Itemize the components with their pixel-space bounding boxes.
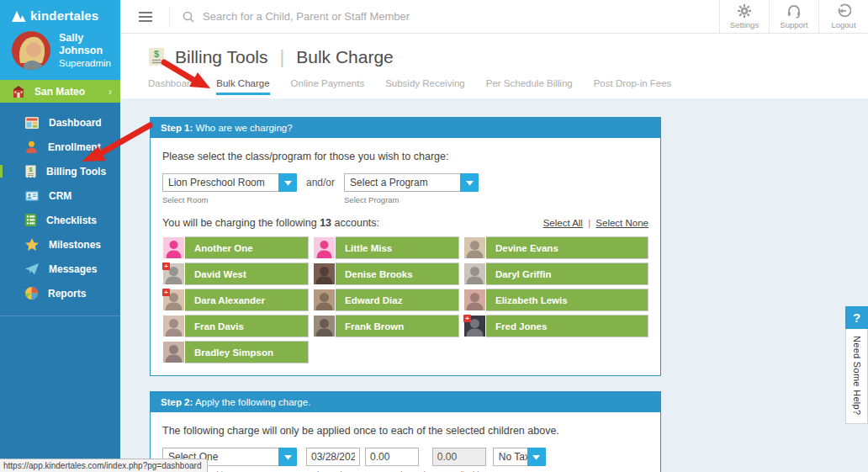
search-input[interactable] (203, 10, 489, 23)
program-dropdown[interactable]: Select a Program (344, 173, 479, 192)
account-name: Edward Diaz (345, 295, 402, 305)
avatar (314, 316, 335, 337)
account-name: Fran Davis (194, 321, 244, 331)
tax-input (432, 448, 486, 466)
amount-input[interactable] (365, 448, 419, 466)
kindertales-logo[interactable]: kindertales (12, 8, 120, 23)
account-name: David West (194, 269, 246, 279)
sidebar-item-checklists[interactable]: Checklists (0, 208, 120, 232)
child-photo (314, 289, 335, 310)
app-window: kindertales Sally Johnson Superadmin (0, 0, 868, 472)
select-none-link[interactable]: Select None (595, 218, 648, 228)
settings-button[interactable]: Settings (719, 0, 769, 34)
tab-bar: DashboardBulk ChargeOnline PaymentsSubsi… (148, 78, 868, 95)
account-row-fred-jones[interactable]: +Fred Jones (463, 315, 648, 337)
account-row-david-west[interactable]: +David West (162, 263, 309, 285)
charged-on-input[interactable] (306, 448, 360, 466)
account-row-daryl-griffin[interactable]: Daryl Griffin (463, 263, 648, 285)
step2-header-prefix: Step 2: (161, 397, 193, 407)
avatar (464, 289, 485, 310)
title-separator: | (280, 46, 285, 68)
chevron-down-icon[interactable] (278, 173, 297, 192)
account-row-another-one[interactable]: Another One (162, 236, 309, 259)
account-row-edward-diaz[interactable]: Edward Diaz (313, 289, 459, 311)
tax-type-field: No Tax (493, 448, 546, 466)
step1-header: Step 1: Who are we charging? (151, 118, 660, 138)
sidebar-item-label: Dashboard (49, 117, 102, 129)
selection-links: Select All | Select None (543, 218, 648, 228)
tax-field: Tax Applicable (432, 448, 486, 472)
avatar (464, 263, 485, 284)
tab-post-drop-in-fees[interactable]: Post Drop-in Fees (594, 78, 672, 95)
page-subtitle: Bulk Charge (296, 47, 394, 67)
step2-panel: Step 2: Apply the following charge. The … (150, 391, 661, 472)
sidebar-item-dashboard[interactable]: Dashboard (0, 110, 120, 135)
headset-icon (786, 4, 802, 19)
room-field: Lion Preschool Room Select Room (162, 173, 297, 204)
account-row-devine-evans[interactable]: Devine Evans (463, 236, 648, 259)
account-name: Daryl Griffin (495, 269, 551, 279)
sidebar-item-label: Checklists (46, 215, 97, 226)
medical-alert-icon: + (162, 289, 170, 296)
tab-dashboard[interactable]: Dashboard (148, 78, 195, 95)
sidebar-nav: DashboardEnrollment$Billing ToolsCRMChec… (0, 103, 120, 305)
chevron-down-icon[interactable] (527, 448, 546, 466)
help-tab-label: Need Some Help? (852, 336, 862, 415)
topbar: SettingsSupportLogout (120, 0, 868, 34)
sidebar-item-reports[interactable]: Reports (0, 281, 120, 305)
account-name: Little Miss (345, 243, 392, 253)
account-row-dara-alexander[interactable]: +Dara Alexander (162, 289, 309, 311)
program-field-label: Select Program (344, 195, 479, 204)
andor-text: and/or (306, 173, 335, 192)
account-row-elizabeth-lewis[interactable]: Elizabeth Lewis (463, 289, 648, 311)
charged-on-field: Charged On (306, 448, 360, 472)
step1-header-prefix: Step 1: (161, 123, 193, 133)
sidebar-item-label: Enrollment (48, 141, 101, 153)
sidebar-item-billing-tools[interactable]: $Billing Tools (0, 159, 120, 183)
account-row-fran-davis[interactable]: Fran Davis (162, 315, 309, 337)
location-selector[interactable]: San Mateo › (0, 80, 120, 103)
account-row-bradley-simpson[interactable]: Bradley Simpson (162, 341, 309, 363)
status-url: https://app.kindertales.com/index.php?pg… (0, 459, 208, 472)
sidebar-item-crm[interactable]: CRM (0, 183, 120, 208)
step1-intro: Please select the class/program for thos… (162, 151, 648, 162)
account-row-little-miss[interactable]: Little Miss (313, 236, 459, 259)
avatar (314, 289, 335, 310)
tab-bulk-charge[interactable]: Bulk Charge (216, 78, 269, 95)
question-mark-icon: ? (845, 306, 868, 329)
account-row-frank-brown[interactable]: Frank Brown (313, 315, 459, 337)
tab-subsidy-receiving[interactable]: Subsidy Receiving (385, 78, 465, 95)
tax-type-dropdown[interactable]: No Tax (493, 448, 546, 466)
account-row-denise-brooks[interactable]: Denise Brooks (313, 263, 459, 285)
kindertales-logo-icon (12, 10, 26, 22)
program-field: Select a Program Select Program (344, 173, 479, 204)
avatar (163, 316, 184, 337)
select-all-link[interactable]: Select All (543, 218, 583, 228)
search-icon (182, 10, 195, 24)
sidebar-item-label: Billing Tools (46, 166, 106, 178)
sidebar-item-milestones[interactable]: Milestones (0, 232, 120, 257)
sidebar-item-messages[interactable]: Messages (0, 257, 120, 281)
chevron-down-icon[interactable] (278, 448, 297, 466)
support-button[interactable]: Support (769, 0, 818, 34)
reports-pie-icon (25, 287, 38, 300)
help-tab[interactable]: ? Need Some Help? (845, 306, 868, 424)
tab-online-payments[interactable]: Online Payments (291, 78, 365, 95)
room-dropdown[interactable]: Lion Preschool Room (162, 173, 297, 192)
sidebar-item-label: CRM (49, 190, 71, 202)
sidebar-item-label: Milestones (49, 239, 101, 251)
user-profile[interactable]: Sally Johnson Superadmin (12, 31, 120, 70)
main-content: Step 1: Who are we charging? Please sele… (120, 98, 868, 472)
sidebar-item-enrollment[interactable]: Enrollment (0, 135, 120, 159)
avatar (314, 263, 335, 284)
logout-button[interactable]: Logout (818, 0, 868, 34)
user-role: Superadmin (59, 57, 120, 69)
avatar (314, 237, 335, 258)
account-name: Bradley Simpson (194, 347, 273, 358)
chevron-down-icon[interactable] (460, 173, 479, 192)
child-photo (464, 263, 485, 284)
tab-per-schedule-billing[interactable]: Per Schedule Billing (486, 78, 573, 95)
amount-field: Amount Charged (365, 448, 426, 472)
menu-icon[interactable] (139, 9, 152, 24)
avatar (464, 237, 485, 258)
